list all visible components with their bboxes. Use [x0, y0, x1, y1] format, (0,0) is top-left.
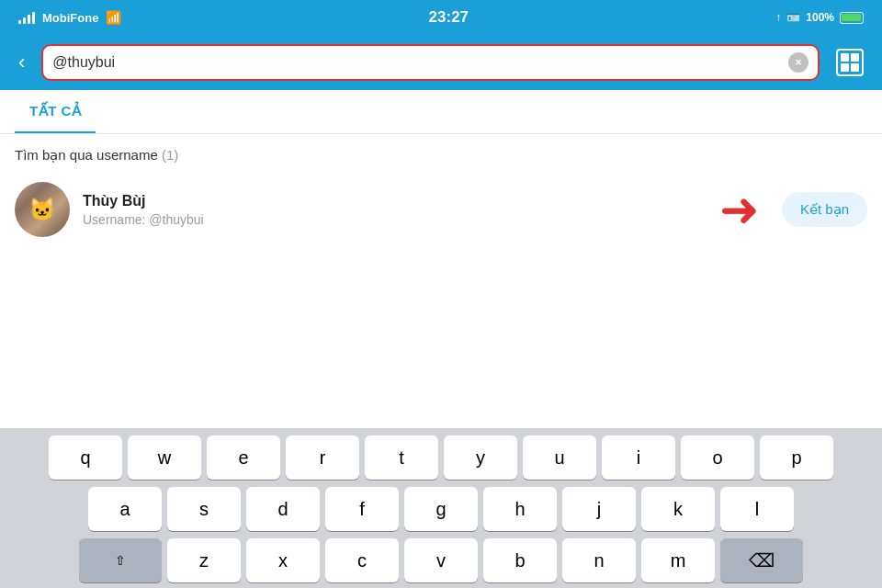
key-l[interactable]: l — [720, 487, 794, 531]
qr-icon — [836, 49, 864, 76]
section-header: Tìm bạn qua username (1) — [0, 134, 882, 173]
search-clear-button[interactable]: × — [788, 52, 808, 73]
shift-key[interactable]: ⇧ — [79, 538, 162, 582]
user-username: Username: @thuybui — [83, 212, 707, 227]
key-p[interactable]: p — [760, 435, 833, 480]
key-w[interactable]: w — [128, 435, 201, 480]
battery-percent: 100% — [806, 11, 834, 24]
keyboard-row-3: ⇧ z x c v b n m ⌫ — [4, 538, 878, 582]
content-area: Tìm bạn qua username (1) 🐱 Thùy Bùj User… — [0, 134, 882, 428]
status-bar: MobiFone 📶 23:27 ↑ 🪪 100% — [0, 0, 882, 35]
add-friend-button[interactable]: Kết bạn — [782, 192, 867, 227]
key-t[interactable]: t — [365, 435, 438, 480]
key-n[interactable]: n — [562, 538, 636, 582]
user-name: Thùy Bùj — [83, 193, 707, 209]
keyboard: q w e r t y u i o p a s d f g h j k l ⇧ … — [0, 428, 882, 588]
key-r[interactable]: r — [286, 435, 359, 480]
search-input[interactable]: @thuybui — [52, 54, 788, 71]
key-z[interactable]: z — [167, 538, 241, 582]
key-e[interactable]: e — [207, 435, 280, 480]
key-u[interactable]: u — [523, 435, 596, 480]
backspace-key[interactable]: ⌫ — [720, 538, 803, 582]
carrier-name: MobiFone — [42, 11, 98, 25]
key-k[interactable]: k — [641, 487, 715, 531]
key-s[interactable]: s — [167, 487, 241, 531]
key-a[interactable]: a — [88, 487, 162, 531]
tab-all[interactable]: TẤT CẢ — [15, 90, 96, 133]
key-j[interactable]: j — [562, 487, 636, 531]
section-title: Tìm bạn qua username — [15, 147, 158, 163]
key-x[interactable]: x — [246, 538, 320, 582]
right-arrow-icon: ➜ — [719, 186, 760, 233]
arrow-container: ➜ — [719, 186, 760, 233]
key-m[interactable]: m — [641, 538, 715, 582]
key-i[interactable]: i — [602, 435, 675, 480]
key-v[interactable]: v — [404, 538, 478, 582]
user-info: Thùy Bùj Username: @thuybui — [83, 193, 707, 227]
key-d[interactable]: d — [246, 487, 320, 531]
back-button[interactable]: ‹ — [11, 47, 32, 78]
key-q[interactable]: q — [49, 435, 122, 480]
result-count: (1) — [162, 147, 178, 163]
tabs-bar: TẤT CẢ — [0, 90, 882, 134]
wifi-icon: 📶 — [106, 10, 121, 25]
search-box: @thuybui × — [41, 44, 820, 81]
user-result-row: 🐱 Thùy Bùj Username: @thuybui ➜ Kết bạn — [0, 173, 882, 246]
location-icon: ↑ — [775, 11, 781, 24]
key-o[interactable]: o — [681, 435, 754, 480]
search-header: ‹ @thuybui × — [0, 35, 882, 90]
key-f[interactable]: f — [325, 487, 399, 531]
keyboard-row-1: q w e r t y u i o p — [4, 435, 878, 480]
key-b[interactable]: b — [483, 538, 557, 582]
avatar: 🐱 — [15, 182, 70, 237]
key-h[interactable]: h — [483, 487, 557, 531]
status-left: MobiFone 📶 — [18, 10, 121, 25]
key-c[interactable]: c — [325, 538, 399, 582]
sim-icon: 🪪 — [786, 11, 800, 24]
status-right: ↑ 🪪 100% — [775, 11, 864, 24]
status-time: 23:27 — [429, 8, 469, 27]
avatar-image: 🐱 — [15, 182, 70, 237]
keyboard-row-2: a s d f g h j k l — [4, 487, 878, 531]
key-g[interactable]: g — [404, 487, 478, 531]
signal-icon — [18, 11, 35, 24]
qr-button[interactable] — [829, 45, 871, 80]
key-y[interactable]: y — [444, 435, 517, 480]
battery-icon — [840, 12, 864, 24]
